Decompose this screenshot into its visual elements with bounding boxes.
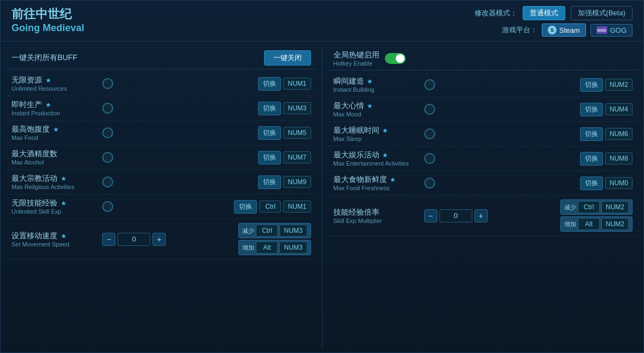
feature-row-instant-building: 瞬间建造 ★ Instant Building 切换 NUM2 — [328, 73, 639, 97]
skill-exp-increase-btn[interactable]: 增加 Alt NUM2 — [560, 216, 633, 232]
max-sleep-cn: 最大睡眠时间 — [333, 126, 379, 136]
toggle-all-row: 一键关闭所有BUFF 一键关闭 — [6, 47, 317, 69]
movement-speed-increase[interactable]: + — [153, 233, 166, 246]
max-freshness-cn: 最大食物新鲜度 — [333, 175, 387, 185]
max-food-cn: 最高饱腹度 — [11, 125, 50, 134]
alt-key-movement: Alt — [256, 242, 278, 254]
star-icon-2: ★ — [52, 126, 60, 133]
mode-row: 修改器模式： 普通模式 加强模式(Beta) — [475, 6, 633, 20]
feature-row-max-sleep: 最大睡眠时间 ★ Max Sleep 切换 NUM6 — [328, 122, 639, 146]
max-entertainment-cn: 最大娱乐活动 — [333, 150, 379, 160]
key-num9: NUM9 — [283, 176, 311, 188]
toggle-max-food[interactable] — [102, 127, 113, 138]
switch-unlimited-skill[interactable]: 切换 — [234, 200, 257, 214]
toggle-knob — [396, 54, 405, 63]
unlimited-resources-en: Unlimited Resources — [11, 85, 99, 92]
num3-key-movement: NUM3 — [279, 225, 307, 237]
panel-divider — [322, 47, 323, 347]
feature-row-max-mood: 最大心情 ★ Max Mood 切换 NUM4 — [328, 97, 639, 122]
switch-max-mood[interactable]: 切换 — [580, 103, 603, 116]
toggle-instant-production[interactable] — [102, 103, 113, 114]
star-icon-r2: ★ — [382, 127, 389, 134]
header: 前往中世纪 Going Medieval 修改器模式： 普通模式 加强模式(Be… — [1, 1, 643, 42]
movement-speed-decrease[interactable]: − — [102, 233, 115, 246]
header-right: 修改器模式： 普通模式 加强模式(Beta) 游戏平台： S Steam GOG… — [475, 6, 633, 37]
max-mood-en: Max Mood — [333, 111, 421, 117]
gog-icon: GOG — [596, 26, 607, 34]
skill-exp-cn: 技能经验倍率 — [333, 208, 379, 217]
num2-key-skill2: NUM2 — [601, 218, 629, 230]
skill-exp-increase[interactable]: + — [475, 209, 488, 222]
switch-max-entertainment[interactable]: 切换 — [580, 152, 603, 166]
switch-max-sleep[interactable]: 切换 — [580, 127, 603, 141]
movement-speed-input[interactable] — [118, 233, 150, 246]
movement-speed-en: Set Movement Speed — [11, 241, 99, 248]
toggle-all-btn[interactable]: 一键关闭 — [264, 50, 311, 66]
hotkey-toggle[interactable] — [385, 53, 406, 64]
switch-max-freshness[interactable]: 切换 — [580, 176, 603, 190]
key-num6: NUM6 — [605, 128, 633, 140]
toggle-unlimited-skill[interactable] — [102, 201, 113, 212]
switch-instant-building[interactable]: 切换 — [580, 78, 603, 92]
star-icon-r4: ★ — [389, 176, 397, 184]
switch-instant-production[interactable]: 切换 — [258, 102, 281, 115]
max-freshness-en: Max Food Freshness — [333, 185, 421, 191]
hotkey-label-cn: 全局热键启用 — [333, 50, 379, 60]
hotkey-label-en: Hotkey Enable — [333, 60, 379, 67]
platform-row: 游戏平台： S Steam GOG GOG — [502, 23, 633, 37]
skill-exp-reduce-btn[interactable]: 减少 Ctrl NUM2 — [560, 199, 633, 215]
star-icon-r1: ★ — [366, 102, 374, 110]
unlimited-skill-cn: 无限技能经验 — [11, 198, 57, 208]
title-cn: 前往中世纪 — [11, 6, 84, 22]
feature-row-max-alcohol: 最大酒精度数 Max Alcohol 切换 NUM7 — [6, 145, 317, 170]
movement-increase-btn[interactable]: 增加 Alt NUM3 — [238, 240, 311, 255]
mode-beta-btn[interactable]: 加强模式(Beta) — [571, 6, 633, 20]
skill-exp-input[interactable] — [440, 209, 472, 222]
star-icon-1: ★ — [44, 101, 52, 109]
switch-max-alcohol[interactable]: 切换 — [258, 151, 281, 164]
instant-production-cn: 即时生产 — [11, 100, 42, 110]
unlimited-resources-cn: 无限资源 — [11, 75, 42, 85]
toggle-max-religious[interactable] — [102, 176, 113, 187]
skill-exp-en: Skill Exp Multiplier — [333, 217, 421, 224]
num2-key-skill: NUM2 — [601, 201, 629, 213]
instant-building-en: Instant Building — [333, 86, 421, 93]
movement-reduce-btn[interactable]: 减少 Ctrl NUM3 — [238, 223, 311, 238]
toggle-max-sleep[interactable] — [424, 128, 435, 139]
star-icon-5: ★ — [60, 199, 67, 207]
platform-gog-btn[interactable]: GOG GOG — [590, 24, 633, 37]
key-num1: NUM1 — [283, 78, 311, 90]
skill-exp-decrease[interactable]: − — [424, 209, 437, 222]
mode-normal-btn[interactable]: 普通模式 — [523, 6, 565, 20]
alt-key-skill: Alt — [578, 218, 600, 230]
title-en: Going Medieval — [11, 22, 84, 34]
key-num3: NUM3 — [283, 102, 311, 114]
platform-steam-btn[interactable]: S Steam — [542, 23, 586, 37]
star-icon-4: ★ — [60, 175, 67, 183]
key-num5: NUM5 — [283, 127, 311, 139]
feature-row-unlimited-skill: 无限技能经验 ★ Unlimited Skill Exp 切换 Ctrl NUM… — [6, 195, 317, 219]
key-num1-5: NUM1 — [283, 201, 311, 213]
max-alcohol-cn: 最大酒精度数 — [11, 149, 57, 159]
left-panel: 一键关闭所有BUFF 一键关闭 无限资源 ★ Unlimited Resourc… — [6, 47, 317, 347]
mode-label: 修改器模式： — [475, 8, 517, 18]
app-container: 前往中世纪 Going Medieval 修改器模式： 普通模式 加强模式(Be… — [0, 0, 644, 353]
toggle-instant-building[interactable] — [424, 79, 435, 90]
toggle-max-entertainment[interactable] — [424, 153, 435, 164]
hotkey-row: 全局热键启用 Hotkey Enable — [328, 47, 639, 70]
instant-building-cn: 瞬间建造 — [333, 77, 364, 86]
feature-row-max-food: 最高饱腹度 ★ Max Food 切换 NUM5 — [6, 121, 317, 145]
max-entertainment-en: Max Entertainment Activities — [333, 160, 421, 167]
key-num4: NUM4 — [605, 103, 633, 115]
toggle-max-alcohol[interactable] — [102, 152, 113, 163]
switch-unlimited-resources[interactable]: 切换 — [258, 77, 281, 91]
toggle-max-mood[interactable] — [424, 104, 435, 115]
feature-row-unlimited-resources: 无限资源 ★ Unlimited Resources 切换 NUM1 — [6, 72, 317, 96]
switch-max-food[interactable]: 切换 — [258, 126, 281, 140]
toggle-unlimited-resources[interactable] — [102, 78, 113, 89]
toggle-max-freshness[interactable] — [424, 178, 435, 189]
switch-max-religious[interactable]: 切换 — [258, 175, 281, 189]
max-mood-cn: 最大心情 — [333, 101, 364, 111]
star-icon-r0: ★ — [366, 78, 374, 85]
feature-row-max-freshness: 最大食物新鲜度 ★ Max Food Freshness 切换 NUM0 — [328, 171, 639, 196]
